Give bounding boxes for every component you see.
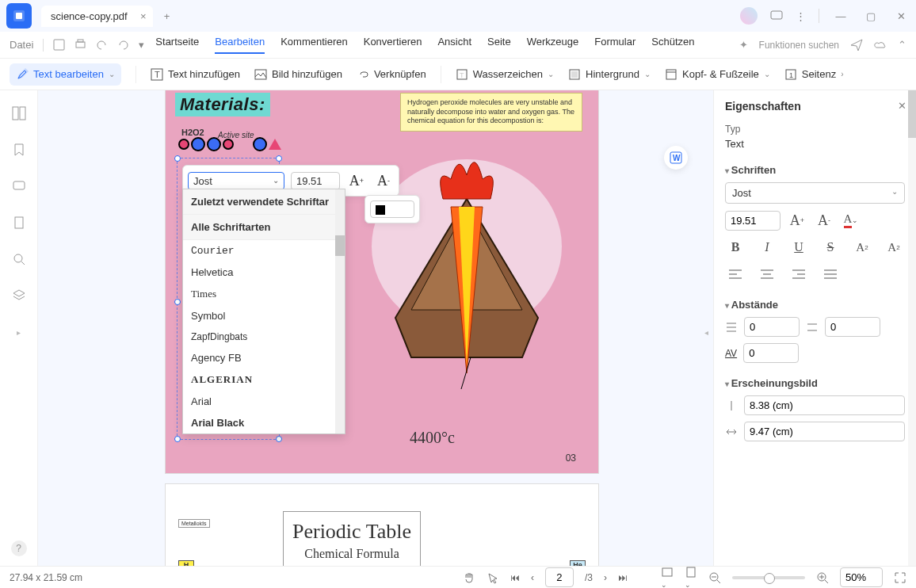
nav-konvertieren[interactable]: Konvertieren (364, 36, 422, 54)
prev-page-icon[interactable]: ‹ (531, 572, 534, 583)
maximize-button[interactable]: ▢ (862, 10, 880, 22)
thumbnails-icon[interactable] (12, 106, 26, 120)
align-left-icon[interactable] (725, 264, 746, 284)
text-hinzufuegen-button[interactable]: T Text hinzufügen (151, 68, 240, 81)
fit-page-icon[interactable]: ⌄ (685, 566, 697, 589)
font-family-select[interactable]: Jost ⌄ (188, 172, 284, 190)
font-item-symbol[interactable]: Symbol (183, 305, 345, 326)
help-icon[interactable]: ? (11, 540, 27, 556)
verknuepfen-button[interactable]: Verknüpfen (357, 68, 426, 81)
text-bearbeiten-button[interactable]: Text bearbeiten ⌄ (10, 63, 121, 86)
minimize-button[interactable]: — (832, 10, 849, 22)
font-item-helvetica[interactable]: Helvetica (183, 262, 345, 283)
first-page-icon[interactable]: ⏮ (510, 572, 520, 583)
document-canvas[interactable]: Materials: H2O2 Active site Hydrogen per… (38, 90, 713, 566)
send-icon[interactable] (850, 39, 863, 52)
font-dropdown-scrollbar[interactable] (335, 189, 345, 433)
zoom-slider[interactable] (732, 576, 805, 579)
search-functions[interactable]: Funktionen suchen (759, 40, 839, 51)
save-icon[interactable] (53, 39, 65, 51)
document-tab[interactable]: science-copy.pdf × (41, 6, 153, 27)
nav-startseite[interactable]: Startseite (155, 36, 199, 54)
bild-hinzufuegen-button[interactable]: Bild hinzufügen (254, 68, 342, 81)
align-center-icon[interactable] (757, 264, 777, 284)
font-color-select[interactable] (370, 200, 414, 218)
undo-icon[interactable] (96, 39, 108, 51)
hand-tool-icon[interactable] (463, 571, 475, 584)
increase-font-icon[interactable]: A+ (787, 210, 807, 231)
last-page-icon[interactable]: ⏭ (618, 572, 628, 583)
font-item-arialblack[interactable]: Arial Black (183, 412, 345, 433)
export-word-bubble[interactable]: W (664, 146, 688, 170)
align-justify-icon[interactable] (820, 264, 841, 284)
dropdown-icon[interactable]: ▾ (139, 39, 144, 51)
attachments-icon[interactable] (12, 216, 26, 230)
font-item-courier[interactable]: Courier (183, 240, 345, 262)
close-tab-icon[interactable]: × (140, 10, 147, 22)
font-size-select[interactable]: 19.51 (291, 172, 340, 190)
nav-seite[interactable]: Seite (487, 36, 511, 54)
subscript-icon[interactable]: A2 (884, 237, 904, 258)
nav-formular[interactable]: Formular (594, 36, 635, 54)
zoom-input[interactable] (840, 567, 883, 587)
width-input[interactable] (744, 395, 905, 415)
decrease-font-button[interactable]: A- (373, 170, 394, 191)
nav-bearbeiten[interactable]: Bearbeiten (215, 36, 265, 54)
close-window-button[interactable]: ✕ (892, 10, 910, 22)
panel-font-size-input[interactable] (725, 211, 781, 231)
chat-icon[interactable] (770, 10, 783, 22)
char-spacing-input[interactable] (743, 343, 799, 363)
increase-font-button[interactable]: A+ (346, 170, 367, 191)
underline-icon[interactable]: U (788, 237, 809, 258)
print-icon[interactable] (74, 39, 86, 51)
zoom-out-icon[interactable] (708, 571, 721, 584)
bold-icon[interactable]: B (725, 237, 746, 258)
collapse-right-icon[interactable]: ◂ (704, 328, 708, 337)
wasserzeichen-button[interactable]: T Wasserzeichen ⌄ (456, 68, 554, 81)
close-panel-icon[interactable]: ✕ (898, 100, 906, 112)
font-item-arial[interactable]: Arial (183, 391, 345, 412)
font-item-times[interactable]: Times (183, 283, 345, 305)
height-input[interactable] (744, 422, 905, 441)
avatar[interactable] (740, 7, 758, 25)
cloud-icon[interactable] (874, 39, 887, 52)
select-tool-icon[interactable] (487, 571, 499, 584)
para-spacing-input[interactable] (825, 317, 880, 337)
schriften-header[interactable]: Schriften (725, 164, 905, 176)
fit-width-icon[interactable]: ⌄ (661, 566, 674, 589)
panel-font-select[interactable]: Jost ⌄ (725, 182, 905, 204)
nav-ansicht[interactable]: Ansicht (437, 36, 471, 54)
seitenzahl-button[interactable]: 1 Seitenz › (784, 68, 844, 81)
redo-icon[interactable] (117, 39, 129, 51)
nav-schuetzen[interactable]: Schützen (651, 36, 694, 54)
align-right-icon[interactable] (788, 264, 809, 284)
fullscreen-icon[interactable] (894, 571, 906, 584)
expand-rail-icon[interactable]: ▸ (17, 328, 21, 337)
zoom-in-icon[interactable] (816, 571, 829, 584)
bookmarks-icon[interactable] (12, 143, 26, 157)
search-icon[interactable] (12, 252, 26, 266)
line-spacing-input[interactable] (744, 317, 800, 337)
kopf-fusszeile-button[interactable]: Kopf- & Fußzeile ⌄ (665, 68, 770, 81)
font-item-zapfdingbats[interactable]: ZapfDingbats (183, 326, 345, 347)
hintergrund-button[interactable]: Hintergrund ⌄ (568, 68, 651, 81)
decrease-font-icon[interactable]: A- (814, 210, 834, 231)
font-color-icon[interactable]: A⌄ (841, 210, 861, 231)
erscheinungsbild-header[interactable]: Erscheinungsbild (725, 377, 905, 389)
superscript-icon[interactable]: A2 (852, 237, 872, 258)
kebab-icon[interactable]: ⋮ (796, 10, 806, 22)
add-tab-button[interactable]: + (159, 10, 175, 22)
nav-werkzeuge[interactable]: Werkzeuge (527, 36, 579, 54)
layers-icon[interactable] (12, 288, 26, 303)
font-item-algerian[interactable]: ALGERIAN (183, 368, 345, 391)
next-page-icon[interactable]: › (604, 572, 607, 583)
strikethrough-icon[interactable]: S (820, 237, 841, 258)
file-menu[interactable]: Datei (10, 39, 33, 51)
page-number-input[interactable] (545, 567, 574, 587)
nav-kommentieren[interactable]: Kommentieren (281, 36, 348, 54)
collapse-icon[interactable]: ⌃ (898, 39, 906, 51)
panel-scrollbar[interactable] (908, 90, 916, 566)
abstaende-header[interactable]: Abstände (725, 299, 905, 311)
font-item-agencyfb[interactable]: Agency FB (183, 347, 345, 368)
italic-icon[interactable]: I (757, 237, 777, 258)
